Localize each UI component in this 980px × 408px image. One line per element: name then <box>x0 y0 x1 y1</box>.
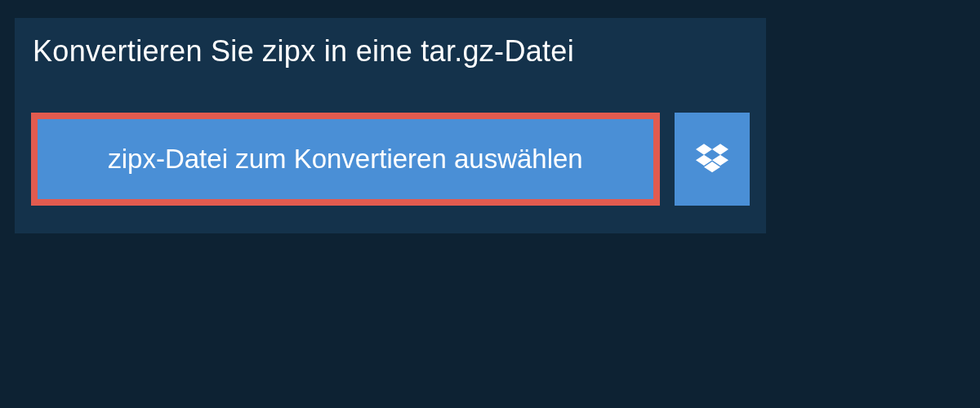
converter-panel: Konvertieren Sie zipx in eine tar.gz-Dat… <box>15 18 766 233</box>
select-file-button[interactable]: zipx-Datei zum Konvertieren auswählen <box>31 113 660 206</box>
page-title: Konvertieren Sie zipx in eine tar.gz-Dat… <box>15 18 766 86</box>
dropbox-button[interactable] <box>675 113 750 206</box>
dropbox-icon <box>696 141 728 177</box>
select-file-label: zipx-Datei zum Konvertieren auswählen <box>108 144 582 175</box>
action-row: zipx-Datei zum Konvertieren auswählen <box>15 86 766 233</box>
